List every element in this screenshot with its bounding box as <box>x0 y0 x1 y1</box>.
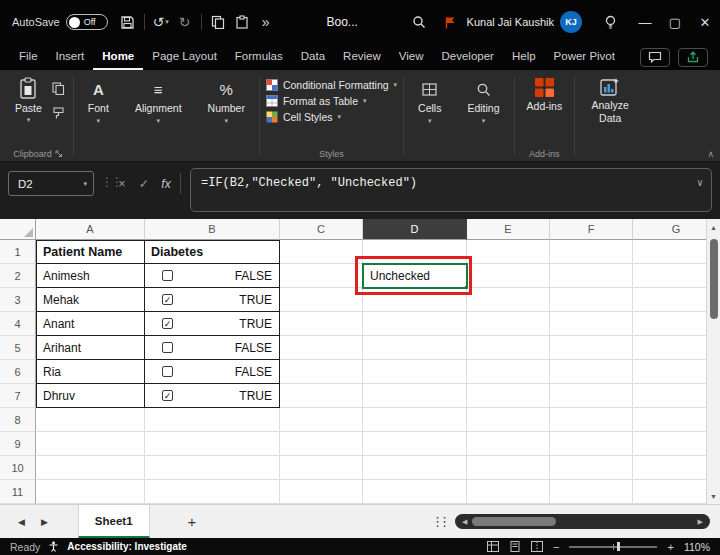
share-button[interactable] <box>678 48 708 67</box>
cell[interactable] <box>280 456 363 480</box>
cell[interactable] <box>36 408 145 432</box>
paste-button[interactable]: Paste ▾ <box>9 73 48 124</box>
fill-handle[interactable] <box>464 285 467 288</box>
cell[interactable] <box>36 432 145 456</box>
search-icon[interactable] <box>407 9 431 35</box>
format-painter-icon[interactable] <box>52 106 65 124</box>
formula-bar-collapse-icon[interactable]: ∨ <box>697 177 703 189</box>
row-header-6[interactable]: 6 <box>0 360 36 384</box>
row-header-9[interactable]: 9 <box>0 432 36 456</box>
cell[interactable] <box>467 360 550 384</box>
cell-B3[interactable]: ✓ TRUE <box>145 288 280 312</box>
cell[interactable] <box>467 456 550 480</box>
cell[interactable] <box>363 432 467 456</box>
cell[interactable] <box>280 312 363 336</box>
vertical-scrollbar[interactable]: ▲ ▼ <box>706 219 720 504</box>
cell[interactable] <box>280 288 363 312</box>
zoom-out-button[interactable]: − <box>553 541 559 553</box>
cell[interactable] <box>363 456 467 480</box>
scroll-up-icon[interactable]: ▲ <box>707 219 720 235</box>
row-header-3[interactable]: 3 <box>0 288 36 312</box>
tab-help[interactable]: Help <box>503 44 545 70</box>
cell[interactable] <box>550 336 633 360</box>
scroll-down-icon[interactable]: ▼ <box>707 488 720 504</box>
row-header-11[interactable]: 11 <box>0 480 36 504</box>
column-header-C[interactable]: C <box>280 219 363 240</box>
tab-home[interactable]: Home <box>93 44 143 70</box>
alignment-collapsed-button[interactable]: ≡ Alignment ▾ <box>127 73 190 125</box>
tab-power-pivot[interactable]: Power Pivot <box>545 44 624 70</box>
cell-D2[interactable]: Unchecked <box>363 264 467 288</box>
cell[interactable] <box>550 360 633 384</box>
cell[interactable] <box>36 456 145 480</box>
cell[interactable] <box>550 264 633 288</box>
cell[interactable] <box>550 288 633 312</box>
collapse-ribbon-icon[interactable]: ∧ <box>707 149 714 159</box>
name-box[interactable]: D2 ▾ <box>8 171 94 196</box>
hscroll-right-icon[interactable]: ▶ <box>695 518 706 526</box>
cell-A7[interactable]: Dhruv <box>36 384 145 408</box>
cell[interactable] <box>36 480 145 504</box>
save-icon[interactable] <box>116 9 140 35</box>
cell-B2[interactable]: FALSE <box>145 264 280 288</box>
zoom-in-button[interactable]: + <box>667 541 673 553</box>
cell-styles-button[interactable]: Cell Styles ▾ <box>266 111 397 123</box>
cells-collapsed-button[interactable]: Cells ▾ <box>410 73 449 125</box>
add-sheet-button[interactable]: + <box>180 513 205 530</box>
dialog-launcher-icon[interactable] <box>55 150 63 158</box>
zoom-slider-thumb[interactable] <box>617 542 620 551</box>
lightbulb-icon[interactable] <box>598 9 622 35</box>
hscroll-left-icon[interactable]: ◀ <box>459 518 470 526</box>
page-layout-view-icon[interactable] <box>509 538 521 555</box>
formula-input[interactable]: =IF(B2,"Checked", "Unchecked") ∨ <box>190 168 712 212</box>
insert-function-icon[interactable]: fx <box>156 171 176 196</box>
checkbox-B6[interactable] <box>162 366 173 377</box>
cell[interactable] <box>280 264 363 288</box>
row-header-5[interactable]: 5 <box>0 336 36 360</box>
sheet-tab-sheet1[interactable]: Sheet1 <box>78 505 150 538</box>
cell[interactable] <box>550 408 633 432</box>
cell-B4[interactable]: ✓ TRUE <box>145 312 280 336</box>
row-header-10[interactable]: 10 <box>0 456 36 480</box>
column-header-B[interactable]: B <box>145 219 280 240</box>
cell-B6[interactable]: FALSE <box>145 360 280 384</box>
column-header-F[interactable]: F <box>550 219 633 240</box>
font-collapsed-button[interactable]: A Font ▾ <box>80 73 117 125</box>
cell[interactable] <box>280 336 363 360</box>
tab-file[interactable]: File <box>10 44 47 70</box>
number-collapsed-button[interactable]: % Number ▾ <box>200 73 253 125</box>
page-break-view-icon[interactable] <box>531 538 543 555</box>
cell[interactable] <box>280 384 363 408</box>
redo-icon[interactable]: ↻ <box>173 9 197 35</box>
zoom-slider[interactable] <box>569 546 657 548</box>
cell[interactable] <box>363 240 467 264</box>
format-as-table-button[interactable]: Format as Table ▾ <box>266 95 397 107</box>
cell[interactable] <box>467 480 550 504</box>
select-all-corner[interactable] <box>0 219 36 240</box>
cell[interactable] <box>467 288 550 312</box>
checkbox-B4[interactable]: ✓ <box>162 318 173 329</box>
more-commands-chevron[interactable]: » <box>254 9 278 35</box>
row-header-8[interactable]: 8 <box>0 408 36 432</box>
close-button[interactable]: ✕ <box>690 0 720 44</box>
cell[interactable] <box>550 456 633 480</box>
cell[interactable] <box>467 336 550 360</box>
cell-A5[interactable]: Arihant <box>36 336 145 360</box>
cell[interactable] <box>363 288 467 312</box>
cell[interactable] <box>145 480 280 504</box>
cell-A2[interactable]: Animesh <box>36 264 145 288</box>
cell[interactable] <box>280 360 363 384</box>
cancel-icon[interactable]: × <box>112 171 132 196</box>
cell[interactable] <box>467 312 550 336</box>
horizontal-scroll-thumb[interactable] <box>472 517 556 526</box>
tab-data[interactable]: Data <box>292 44 334 70</box>
comment-button[interactable] <box>640 48 670 67</box>
avatar[interactable]: KJ <box>560 11 582 33</box>
cell[interactable] <box>550 312 633 336</box>
conditional-formatting-button[interactable]: Conditional Formatting ▾ <box>266 79 397 91</box>
cell-B7[interactable]: ✓ TRUE <box>145 384 280 408</box>
checkbox-B7[interactable]: ✓ <box>162 390 173 401</box>
cell[interactable] <box>145 432 280 456</box>
cell[interactable] <box>363 384 467 408</box>
sheet-nav-right-icon[interactable]: ▶ <box>33 517 56 527</box>
